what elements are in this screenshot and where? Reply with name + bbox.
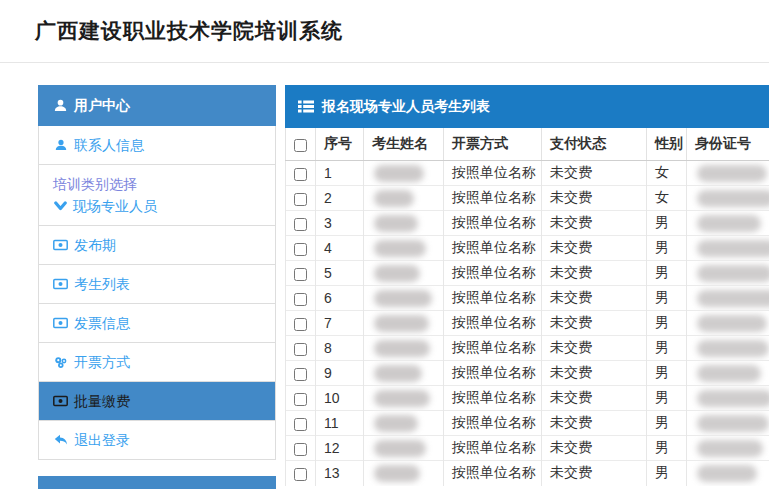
row-checkbox[interactable] — [294, 443, 307, 456]
table-row: 9 按照单位名称 未交费 男 — [286, 361, 769, 386]
cell-invoice-method: 按照单位名称 — [444, 361, 542, 386]
sidebar-item-contact-info[interactable]: 联系人信息 — [39, 126, 275, 165]
sidebar-item-sublabel: 现场专业人员 — [73, 196, 157, 216]
user-icon — [53, 139, 68, 151]
reply-arrow-icon — [53, 434, 68, 446]
table-row: 3 按照单位名称 未交费 男 — [286, 211, 769, 236]
col-header-name: 考生姓名 — [364, 128, 444, 161]
main-panel: 报名现场专业人员考生列表 序号 考生姓名 开票方式 支付状态 性别 身份证号 — [285, 85, 769, 486]
select-all-checkbox[interactable] — [294, 139, 307, 152]
redacted-id-number — [697, 440, 763, 457]
redacted-id-number — [697, 315, 767, 332]
redacted-name — [374, 340, 430, 357]
cell-invoice-method: 按照单位名称 — [444, 236, 542, 261]
chevron-down-icon — [53, 201, 68, 211]
redacted-name — [374, 190, 414, 207]
redacted-name — [374, 415, 418, 432]
row-checkbox[interactable] — [294, 343, 307, 356]
sidebar-second-panel-header — [38, 476, 276, 489]
cell-no: 6 — [316, 286, 364, 311]
cell-invoice-method: 按照单位名称 — [444, 186, 542, 211]
cell-invoice-method: 按照单位名称 — [444, 286, 542, 311]
cell-invoice-method: 按照单位名称 — [444, 336, 542, 361]
category-label: 培训类别选择 — [53, 174, 261, 194]
sidebar-item-release-period[interactable]: 发布期 — [39, 226, 275, 265]
cell-gender: 男 — [647, 336, 687, 361]
cell-no: 10 — [316, 386, 364, 411]
row-checkbox[interactable] — [294, 318, 307, 331]
sidebar-item-label: 联系人信息 — [74, 135, 144, 155]
row-checkbox[interactable] — [294, 218, 307, 231]
category-current-selection[interactable]: 现场专业人员 — [53, 196, 261, 216]
redacted-id-number — [697, 465, 757, 482]
user-icon — [54, 99, 67, 112]
cell-invoice-method: 按照单位名称 — [444, 436, 542, 461]
redacted-name — [374, 315, 429, 332]
sidebar-item-logout[interactable]: 退出登录 — [39, 421, 275, 459]
cell-pay-status: 未交费 — [542, 311, 647, 336]
redacted-name — [374, 265, 420, 282]
col-header-no: 序号 — [316, 128, 364, 161]
row-checkbox[interactable] — [294, 393, 307, 406]
table-row: 7 按照单位名称 未交费 男 — [286, 311, 769, 336]
table-row: 1 按照单位名称 未交费 女 — [286, 161, 769, 186]
redacted-name — [374, 240, 426, 257]
cell-pay-status: 未交费 — [542, 411, 647, 436]
cell-no: 7 — [316, 311, 364, 336]
cell-no: 2 — [316, 186, 364, 211]
cell-gender: 男 — [647, 361, 687, 386]
row-checkbox[interactable] — [294, 418, 307, 431]
cogs-icon — [53, 356, 68, 369]
money-icon — [53, 317, 68, 329]
cell-no: 9 — [316, 361, 364, 386]
sidebar-item-label: 批量缴费 — [74, 391, 130, 411]
list-icon — [298, 100, 314, 113]
sidebar-item-candidate-list[interactable]: 考生列表 — [39, 265, 275, 304]
money-icon — [53, 278, 68, 290]
app-header: 广西建设职业技术学院培训系统 — [0, 0, 769, 63]
table-row: 6 按照单位名称 未交费 男 ... — [286, 286, 769, 311]
redacted-name — [374, 390, 430, 407]
sidebar-menu: 联系人信息 培训类别选择 现场专业人员 发布期 — [38, 126, 276, 460]
row-checkbox[interactable] — [294, 243, 307, 256]
row-checkbox[interactable] — [294, 368, 307, 381]
row-checkbox[interactable] — [294, 193, 307, 206]
redacted-id-number — [697, 165, 767, 182]
sidebar-header-label: 用户中心 — [74, 97, 130, 115]
cell-pay-status: 未交费 — [542, 236, 647, 261]
col-header-invoice-method: 开票方式 — [444, 128, 542, 161]
sidebar-item-batch-payment[interactable]: 批量缴费 — [39, 382, 275, 421]
redacted-name — [374, 215, 418, 232]
redacted-id-number — [697, 215, 761, 232]
cell-no: 13 — [316, 461, 364, 486]
cell-pay-status: 未交费 — [542, 386, 647, 411]
money-icon — [53, 395, 68, 407]
sidebar-item-label: 开票方式 — [74, 352, 130, 372]
table-row: 10 按照单位名称 未交费 男 — [286, 386, 769, 411]
cell-gender: 女 — [647, 161, 687, 186]
redacted-name — [374, 365, 422, 382]
sidebar-item-training-category[interactable]: 培训类别选择 现场专业人员 — [39, 165, 275, 226]
col-header-id-number: 身份证号 — [687, 128, 769, 161]
cell-no: 1 — [316, 161, 364, 186]
candidate-list-panel-header: 报名现场专业人员考生列表 — [285, 85, 769, 128]
row-checkbox[interactable] — [294, 268, 307, 281]
sidebar-item-label: 发票信息 — [74, 313, 130, 333]
cell-pay-status: 未交费 — [542, 261, 647, 286]
sidebar-item-invoicing-method[interactable]: 开票方式 — [39, 343, 275, 382]
redacted-id-number — [697, 240, 769, 257]
sidebar-header-user-center: 用户中心 — [38, 85, 276, 126]
cell-invoice-method: 按照单位名称 — [444, 386, 542, 411]
row-checkbox[interactable] — [294, 168, 307, 181]
page-title: 广西建设职业技术学院培训系统 — [35, 17, 343, 45]
row-checkbox[interactable] — [294, 293, 307, 306]
sidebar-item-invoice-info[interactable]: 发票信息 — [39, 304, 275, 343]
redacted-id-number — [697, 290, 769, 307]
cell-no: 11 — [316, 411, 364, 436]
cell-pay-status: 未交费 — [542, 161, 647, 186]
redacted-id-number — [697, 265, 769, 282]
cell-pay-status: 未交费 — [542, 436, 647, 461]
row-checkbox[interactable] — [294, 468, 307, 481]
cell-invoice-method: 按照单位名称 — [444, 261, 542, 286]
cell-invoice-method: 按照单位名称 — [444, 161, 542, 186]
